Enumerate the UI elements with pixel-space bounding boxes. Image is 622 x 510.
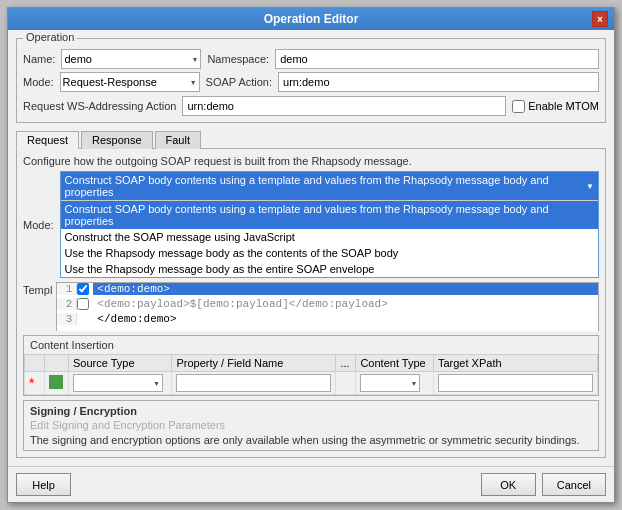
tab-request[interactable]: Request [16,131,79,149]
content-insertion-section: Content Insertion Source Type Property /… [23,335,599,396]
content-insertion-title: Content Insertion [24,336,598,354]
content-type-select[interactable] [360,374,420,392]
col-indicator [25,355,45,372]
col-source-type: Source Type [69,355,172,372]
signing-section: Signing / Encryption Edit Signing and En… [23,400,599,451]
operation-editor-window: Operation Editor × Operation Name: demo … [7,7,615,503]
col-dots: ... [336,355,356,372]
line-1-content: <demo:demo> [93,283,598,295]
titlebar: Operation Editor × [8,8,614,30]
line-2-content: <demo:payload>$[demo:payload]</demo:payl… [93,298,387,310]
mode-label: Mode: [23,76,54,88]
code-line-3: 3 </demo:demo> [57,313,598,325]
request-mode-label: Mode: [23,219,54,231]
signing-title: Signing / Encryption [30,405,592,417]
col-property: Property / Field Name [172,355,336,372]
col-xpath: Target XPath [433,355,597,372]
ws-addressing-input[interactable] [182,96,506,116]
tab-content-request: Configure how the outgoing SOAP request … [16,149,606,458]
footer: Help OK Cancel [8,466,614,502]
signing-description: The signing and encryption options are o… [30,434,592,446]
mode-option-0[interactable]: Construct SOAP body contents using a tem… [61,201,598,229]
dropdown-arrow: ▼ [586,182,594,191]
enable-mtom-label[interactable]: Enable MTOM [512,100,599,113]
cancel-button[interactable]: Cancel [542,473,606,496]
target-xpath-input[interactable] [438,374,593,392]
property-field-input[interactable] [176,374,331,392]
line-3-content: </demo:demo> [93,313,176,325]
window-body: Operation Name: demo Namespace: Mode: Re… [8,30,614,466]
mode-option-2[interactable]: Use the Rhapsody message body as the con… [61,245,598,261]
tab-fault[interactable]: Fault [155,131,201,149]
content-insertion-table: Source Type Property / Field Name ... Co… [24,354,598,395]
mode-option-1[interactable]: Construct the SOAP message using JavaScr… [61,229,598,245]
row-indicator: * [25,372,45,395]
close-button[interactable]: × [592,11,608,27]
namespace-label: Namespace: [207,53,269,65]
tabs-header: Request Response Fault [16,131,606,149]
mode-options-list: Construct SOAP body contents using a tem… [61,200,598,277]
name-label: Name: [23,53,55,65]
window-title: Operation Editor [30,12,592,26]
template-label: Templ [23,284,52,296]
col-color [45,355,69,372]
name-select[interactable]: demo [61,49,201,69]
table-row: * [25,372,598,395]
row-color [45,372,69,395]
mode-option-3[interactable]: Use the Rhapsody message body as the ent… [61,261,598,277]
source-type-select[interactable] [73,374,163,392]
code-editor[interactable]: 1 <demo:demo> 2 <demo:payload>$[demo:pay… [56,282,599,331]
mode-row: Mode: Construct SOAP body contents using… [23,171,599,278]
enable-mtom-checkbox[interactable] [512,100,525,113]
mode-select[interactable]: Request-Response [60,72,200,92]
color-indicator [49,375,63,389]
ok-button[interactable]: OK [481,473,536,496]
ws-addressing-label: Request WS-Addressing Action [23,100,176,112]
soap-action-label: SOAP Action: [206,76,272,88]
template-area: Templ 1 <demo:demo> 2 <demo:payload>$[de… [23,282,599,331]
line-1-checkbox[interactable] [77,283,89,295]
line-2-checkbox[interactable] [77,298,89,310]
signing-edit-link[interactable]: Edit Signing and Encryption Parameters [30,419,592,431]
mode-dropdown[interactable]: Construct SOAP body contents using a tem… [60,171,599,278]
mode-selected-item[interactable]: Construct SOAP body contents using a tem… [61,172,598,200]
operation-group: Operation Name: demo Namespace: Mode: Re… [16,38,606,123]
footer-btn-group: OK Cancel [481,473,606,496]
col-content-type: Content Type [356,355,434,372]
operation-group-label: Operation [23,31,77,43]
help-button[interactable]: Help [16,473,71,496]
code-line-2: 2 <demo:payload>$[demo:payload]</demo:pa… [57,298,598,313]
namespace-input[interactable] [275,49,599,69]
code-line-1: 1 <demo:demo> [57,283,598,298]
soap-action-input[interactable] [278,72,599,92]
request-description: Configure how the outgoing SOAP request … [23,155,599,167]
tab-response[interactable]: Response [81,131,153,149]
